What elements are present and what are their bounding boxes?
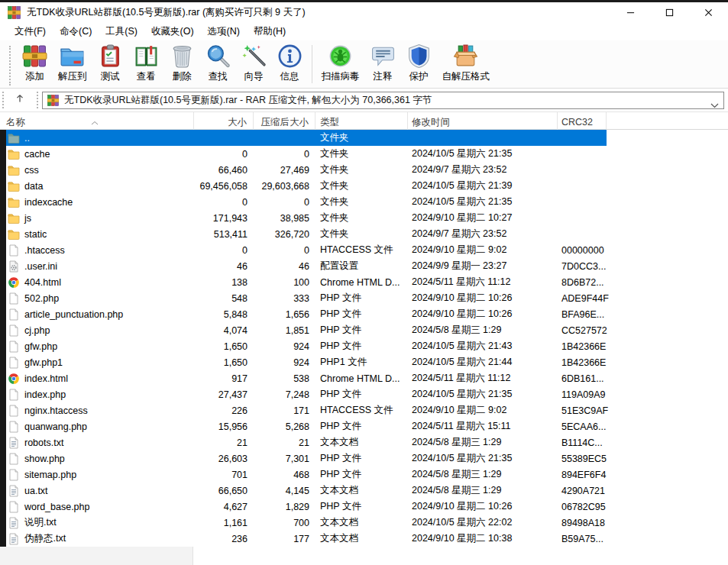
table-row[interactable]: gfw.php1,650924PHP 文件2024/10/5 星期六 21:43… <box>6 338 607 354</box>
menu-item[interactable]: 收藏夹(O) <box>144 24 201 40</box>
toolbar-button[interactable]: 解压到 <box>53 43 92 84</box>
file-name-cell: gfw.php <box>6 338 194 354</box>
file-name-cell: indexcache <box>6 194 194 210</box>
toolbar-button[interactable]: 注释 <box>365 43 401 84</box>
file-type-cell: 文件夹 <box>315 228 408 241</box>
menu-item[interactable]: 选项(N) <box>201 24 247 40</box>
table-row[interactable]: 404.html138100Chrome HTML D...2024/5/11 … <box>6 274 607 290</box>
file-modified-cell: 2024/5/8 星期三 1:29 <box>408 468 558 481</box>
table-row[interactable]: robots.txt2121文本文档2024/5/8 星期三 1:29B1114… <box>6 434 607 450</box>
folder-up-icon <box>8 132 20 144</box>
column-header-type[interactable]: 类型 <box>315 112 408 131</box>
table-row[interactable]: word_base.php4,6271,829PHP 文件2024/9/10 星… <box>6 499 607 515</box>
file-type-cell: Chrome HTML D... <box>315 373 408 384</box>
toolbar-button[interactable]: 添加 <box>17 43 53 84</box>
file-size-cell: 513,411 <box>194 229 254 240</box>
toolbar-button[interactable]: 测试 <box>92 43 128 84</box>
address-bar-row: 无TDK收录URL站群版(10.5号更新版).rar - RAR 压缩文件, 解… <box>0 89 728 111</box>
file-name: quanwang.php <box>24 421 87 432</box>
toolbar-button-label: 注释 <box>374 70 393 83</box>
column-header-packed[interactable]: 压缩后大小 <box>254 112 315 131</box>
table-row[interactable]: indexcache00文件夹2024/10/5 星期六 21:35 <box>6 194 607 210</box>
file-packed-size-cell: 4,145 <box>254 486 315 496</box>
up-one-level-button[interactable] <box>8 92 32 109</box>
column-header-size[interactable]: 大小 <box>194 112 254 131</box>
window-title: 无TDK收录URL站群版(10.5号更新版).rar (离购买许可只剩 9 天了… <box>27 6 306 19</box>
toolbar-button[interactable]: 删除 <box>164 43 200 84</box>
file-modified-cell: 2024/9/10 星期二 10:27 <box>408 211 558 224</box>
title-bar[interactable]: 无TDK收录URL站群版(10.5号更新版).rar (离购买许可只剩 9 天了… <box>0 2 728 23</box>
file-name-cell: js <box>6 210 194 226</box>
toolbar-button[interactable]: 保护 <box>401 43 437 84</box>
folder-icon <box>8 212 20 224</box>
table-row[interactable]: 说明.txt1,161700文本文档2024/10/5 星期六 22:02894… <box>6 515 607 531</box>
file-crc32-cell: 7D0CC3... <box>558 261 607 272</box>
file-type-cell: HTACCESS 文件 <box>315 404 408 417</box>
table-row[interactable]: ..文件夹 <box>6 130 607 146</box>
maximize-button[interactable] <box>650 2 689 23</box>
file-size-cell: 236 <box>194 534 254 544</box>
toolbar-button[interactable]: 信息 <box>272 43 308 84</box>
toolbar-button-label: 信息 <box>280 70 299 83</box>
table-row[interactable]: sitemap.php701468PHP 文件2024/5/8 星期三 1:29… <box>6 467 607 483</box>
column-header-modified[interactable]: 修改时间 <box>408 112 558 131</box>
toolbar-button[interactable]: 查看 <box>128 43 164 84</box>
file-icon <box>8 421 20 433</box>
window-controls <box>611 2 728 23</box>
file-size-cell: 917 <box>194 373 254 384</box>
toolbar-button[interactable]: 自解压格式 <box>437 43 496 84</box>
toolbar-button[interactable]: 扫描病毒 <box>316 43 365 84</box>
toolbar-button-label: 添加 <box>25 70 44 83</box>
file-size-cell: 0 <box>194 197 254 208</box>
table-row[interactable]: ua.txt66,6504,145文本文档2024/5/8 星期三 1:2942… <box>6 483 607 499</box>
file-size-cell: 5,848 <box>194 309 254 320</box>
chrome-icon <box>8 373 20 385</box>
file-type-cell: PHP 文件 <box>315 468 408 481</box>
toolbar-grip[interactable] <box>9 46 12 86</box>
menu-item[interactable]: 命令(C) <box>53 24 99 40</box>
file-packed-size-cell: 38,985 <box>254 213 315 224</box>
table-row[interactable]: static513,411326,720文件夹2024/9/7 星期六 23:5… <box>6 226 607 242</box>
archive-path-combobox[interactable]: 无TDK收录URL站群版(10.5号更新版).rar - RAR 压缩文件, 解… <box>42 92 724 109</box>
file-size-cell: 27,437 <box>194 389 254 400</box>
column-header-name[interactable]: 名称 <box>0 112 194 131</box>
file-crc32-cell: BFA96E... <box>558 309 607 320</box>
table-row[interactable]: index.html917538Chrome HTML D...2024/5/1… <box>6 370 607 386</box>
table-row[interactable]: css66,46027,469文件夹2024/9/7 星期六 23:52 <box>6 162 607 178</box>
toolbar-button[interactable]: 查找 <box>200 43 236 84</box>
table-row[interactable]: quanwang.php15,9565,268PHP 文件2024/5/11 星… <box>6 418 607 434</box>
address-grip-2[interactable] <box>37 92 39 108</box>
table-row[interactable]: 伪静态.txt236177文本文档2024/9/10 星期二 10:38B59A… <box>6 531 607 547</box>
table-row[interactable]: cache00文件夹2024/10/5 星期六 21:35 <box>6 146 607 162</box>
address-grip[interactable] <box>2 92 5 108</box>
file-name-cell: .htaccess <box>6 242 194 258</box>
file-packed-size-cell: 100 <box>254 277 315 288</box>
table-row[interactable]: index.php27,4377,248PHP 文件2024/10/5 星期六 … <box>6 386 607 402</box>
column-header-crc32[interactable]: CRC32 <box>558 112 607 131</box>
chevron-down-icon[interactable] <box>710 98 719 103</box>
table-row[interactable]: .htaccess00HTACCESS 文件2024/9/10 星期二 9:02… <box>6 242 607 258</box>
file-name: article_punctuation.php <box>24 309 123 320</box>
file-modified-cell: 2024/9/10 星期二 10:38 <box>408 532 558 545</box>
menu-item[interactable]: 工具(S) <box>99 24 144 40</box>
table-row[interactable]: article_punctuation.php5,8481,656PHP 文件2… <box>6 306 607 322</box>
table-row[interactable]: .user.ini4646配置设置2024/9/9 星期一 23:277D0CC… <box>6 258 607 274</box>
file-size-cell: 1,161 <box>194 518 254 528</box>
table-row[interactable]: cj.php4,0741,851PHP 文件2024/5/8 星期三 1:29C… <box>6 322 607 338</box>
table-row[interactable]: show.php26,6037,301PHP 文件2024/10/5 星期六 2… <box>6 450 607 467</box>
file-type-cell: 文本文档 <box>315 532 408 545</box>
minimize-button[interactable] <box>611 2 650 23</box>
toolbar-button-label: 解压到 <box>58 70 87 83</box>
table-row[interactable]: gfw.php11,650924PHP1 文件2024/10/5 星期六 21:… <box>6 354 607 370</box>
toolbar-button-label: 向导 <box>244 70 264 83</box>
file-modified-cell: 2024/5/11 星期六 11:12 <box>408 372 558 385</box>
table-row[interactable]: 502.php548333PHP 文件2024/9/10 星期二 10:26AD… <box>6 290 607 306</box>
table-row[interactable]: nginx.htaccess226171HTACCESS 文件2024/9/10… <box>6 402 607 418</box>
close-button[interactable] <box>689 2 728 23</box>
menu-item[interactable]: 帮助(H) <box>247 24 293 40</box>
table-row[interactable]: data69,456,05829,603,668文件夹2024/10/5 星期六… <box>6 178 607 194</box>
file-packed-size-cell: 21 <box>254 437 315 448</box>
toolbar-button[interactable]: 向导 <box>236 43 272 84</box>
menu-item[interactable]: 文件(F) <box>8 24 53 40</box>
table-row[interactable]: js171,94338,985文件夹2024/9/10 星期二 10:27 <box>6 210 607 226</box>
